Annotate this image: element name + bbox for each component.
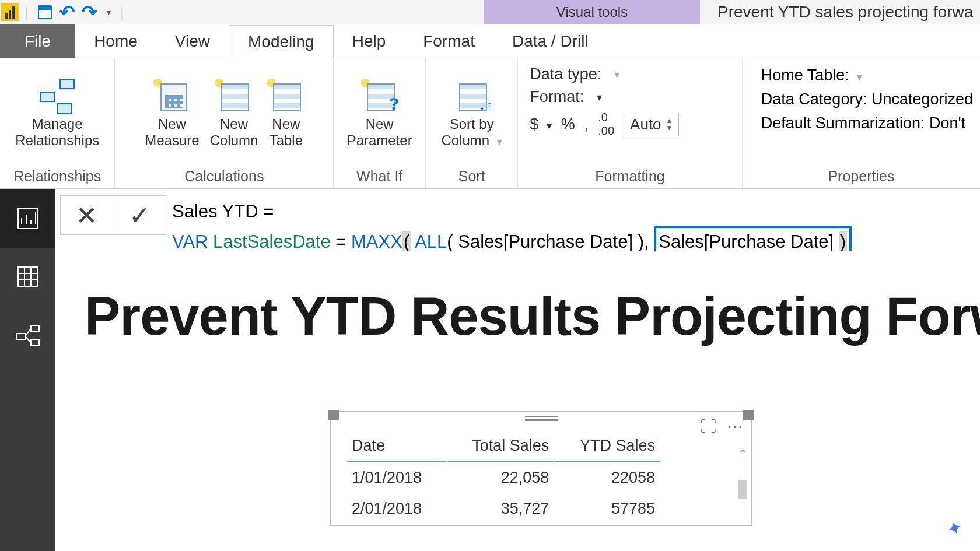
measure-icon bbox=[155, 80, 190, 113]
decimals-icon: .0.00 bbox=[598, 111, 614, 138]
commit-formula-button[interactable]: ✓ bbox=[113, 196, 166, 234]
tab-modeling[interactable]: Modeling bbox=[229, 25, 334, 58]
sort-by-column-button[interactable]: ↓↑ Sort by Column ▾ bbox=[442, 80, 502, 148]
focus-mode-icon[interactable]: ⛶ bbox=[700, 417, 716, 436]
col-date[interactable]: Date bbox=[347, 431, 446, 462]
table-icon bbox=[268, 80, 303, 113]
tab-file[interactable]: File bbox=[0, 24, 75, 58]
group-formatting: Formatting bbox=[525, 166, 735, 186]
save-button[interactable] bbox=[34, 1, 56, 23]
manage-relationships-button[interactable]: Manage Relationships bbox=[15, 80, 99, 148]
tab-help[interactable]: Help bbox=[334, 24, 405, 58]
view-rail bbox=[0, 189, 55, 551]
table-row[interactable]: 2/01/201835,72757785 bbox=[347, 494, 660, 524]
undo-button[interactable]: ↶ bbox=[56, 1, 78, 23]
ribbon: Manage Relationships Relationships New M… bbox=[0, 58, 980, 189]
qat-dropdown[interactable]: ▾ bbox=[100, 1, 114, 23]
new-column-button[interactable]: New Column bbox=[210, 80, 258, 148]
column-icon bbox=[216, 80, 251, 113]
group-whatif: What If bbox=[341, 166, 418, 186]
group-sort: Sort bbox=[433, 166, 510, 186]
svg-line-13 bbox=[25, 328, 31, 336]
drag-handle[interactable] bbox=[525, 416, 558, 422]
svg-line-14 bbox=[25, 336, 31, 342]
home-table-dropdown[interactable]: Home Table: ▾ bbox=[761, 66, 973, 85]
col-ytd-sales[interactable]: YTD Sales bbox=[555, 431, 660, 462]
table-row[interactable]: 1/01/201822,05822058 bbox=[347, 463, 660, 493]
col-total-sales[interactable]: Total Sales bbox=[447, 431, 554, 462]
separator: | bbox=[24, 4, 28, 20]
redo-button[interactable]: ↷ bbox=[78, 1, 100, 23]
svg-rect-11 bbox=[31, 325, 39, 331]
comma-button[interactable]: , bbox=[584, 115, 589, 134]
ribbon-tabs: File Home View Modeling Help Format Data… bbox=[0, 24, 980, 58]
model-view-button[interactable] bbox=[0, 306, 55, 364]
cancel-formula-button[interactable]: ✕ bbox=[61, 196, 113, 234]
group-relationships: Relationships bbox=[7, 166, 107, 186]
scroll-thumb[interactable] bbox=[738, 480, 747, 499]
new-measure-button[interactable]: New Measure bbox=[145, 80, 199, 148]
decimal-places-input[interactable]: Auto ▲▼ bbox=[624, 113, 679, 136]
new-table-button[interactable]: New Table bbox=[268, 80, 303, 148]
formula-input[interactable]: Sales YTD = VAR LastSalesDate = MAXX( AL… bbox=[172, 195, 852, 258]
scrollbar[interactable]: ⌃ bbox=[736, 447, 749, 525]
parameter-icon: ? bbox=[362, 80, 397, 113]
data-table: Date Total Sales YTD Sales 1/01/201822,0… bbox=[346, 430, 661, 525]
sort-icon: ↓↑ bbox=[454, 80, 489, 113]
scroll-up-icon[interactable]: ⌃ bbox=[736, 447, 749, 462]
group-calculations: Calculations bbox=[122, 166, 326, 186]
tab-home[interactable]: Home bbox=[75, 24, 156, 58]
data-category-dropdown[interactable]: Data Category: Uncategorized bbox=[761, 90, 973, 108]
report-view-icon bbox=[16, 206, 40, 231]
tab-view[interactable]: View bbox=[156, 24, 229, 58]
svg-rect-10 bbox=[17, 334, 25, 339]
tab-datadrill[interactable]: Data / Drill bbox=[494, 24, 607, 58]
data-view-icon bbox=[16, 265, 40, 289]
tab-format[interactable]: Format bbox=[404, 24, 494, 58]
svg-rect-12 bbox=[31, 339, 39, 345]
table-visual[interactable]: ⛶ ⋯ Date Total Sales YTD Sales 1/01/2018… bbox=[330, 411, 752, 526]
model-view-icon bbox=[16, 323, 40, 348]
document-title: Prevent YTD sales projecting forwa bbox=[718, 3, 973, 22]
svg-rect-5 bbox=[18, 267, 38, 287]
separator: | bbox=[120, 4, 124, 20]
page-title: Prevent YTD Results Projecting Forw bbox=[85, 286, 980, 347]
default-summarization-dropdown[interactable]: Default Summarization: Don't bbox=[761, 114, 973, 132]
data-view-button[interactable] bbox=[0, 248, 55, 306]
context-tab-visual-tools[interactable]: Visual tools bbox=[484, 0, 700, 24]
report-view-button[interactable] bbox=[0, 189, 55, 248]
resize-handle[interactable] bbox=[328, 410, 339, 420]
currency-button[interactable]: $ ▾ bbox=[530, 115, 552, 134]
resize-handle[interactable] bbox=[743, 410, 754, 420]
percent-button[interactable]: % bbox=[561, 115, 575, 134]
titlebar: | ↶ ↷ ▾ | Visual tools Prevent YTD sales… bbox=[0, 0, 980, 24]
new-parameter-button[interactable]: ? New Parameter bbox=[347, 80, 412, 148]
more-options-icon[interactable]: ⋯ bbox=[727, 417, 743, 436]
app-icon bbox=[1, 3, 19, 21]
group-properties: Properties bbox=[750, 166, 973, 186]
format-dropdown[interactable]: Format:▾ bbox=[530, 88, 730, 106]
data-type-dropdown[interactable]: Data type:▾ bbox=[530, 65, 730, 83]
relationships-icon bbox=[40, 80, 75, 113]
